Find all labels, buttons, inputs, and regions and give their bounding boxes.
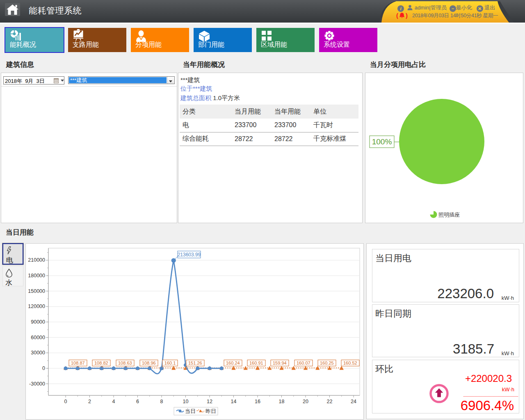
svg-text:90000: 90000 <box>31 319 45 325</box>
svg-text:24: 24 <box>351 399 356 404</box>
svg-text:210000: 210000 <box>28 257 45 263</box>
svg-text:108.82: 108.82 <box>94 361 108 365</box>
svg-text:100%: 100% <box>372 137 392 146</box>
svg-text:20: 20 <box>303 399 308 404</box>
svg-text:120000: 120000 <box>28 304 45 309</box>
svg-text:12: 12 <box>207 399 212 404</box>
svg-text:0: 0 <box>42 365 45 371</box>
svg-text:22: 22 <box>327 399 333 404</box>
svg-text:2: 2 <box>88 399 91 404</box>
svg-text:照明插座: 照明插座 <box>438 212 460 218</box>
svg-text:18: 18 <box>279 399 285 404</box>
svg-text:160.25: 160.25 <box>320 361 334 365</box>
svg-text:当日: 当日 <box>185 408 196 414</box>
svg-text:-30000: -30000 <box>29 381 45 387</box>
svg-text:150000: 150000 <box>28 288 45 294</box>
svg-text:108.63: 108.63 <box>118 361 132 365</box>
svg-text:160.24: 160.24 <box>226 361 240 365</box>
svg-text:6: 6 <box>136 399 139 404</box>
svg-text:4: 4 <box>112 399 115 404</box>
svg-text:213603.99: 213603.99 <box>178 252 201 258</box>
svg-text:30000: 30000 <box>31 350 45 356</box>
svg-text:160.52: 160.52 <box>343 361 357 365</box>
svg-text:10: 10 <box>183 399 189 404</box>
svg-text:160.07: 160.07 <box>297 361 310 365</box>
svg-text:151.26: 151.26 <box>188 361 202 365</box>
svg-text:昨日: 昨日 <box>205 408 216 414</box>
svg-text:60000: 60000 <box>31 335 45 340</box>
svg-text:16: 16 <box>255 399 260 404</box>
svg-text:108.96: 108.96 <box>142 361 156 365</box>
svg-text:108.87: 108.87 <box>71 361 85 365</box>
svg-text:0: 0 <box>64 399 67 404</box>
svg-text:160.91: 160.91 <box>249 361 263 365</box>
svg-text:180000: 180000 <box>28 273 45 278</box>
svg-text:160.1: 160.1 <box>164 361 176 365</box>
svg-text:14: 14 <box>231 399 237 404</box>
svg-text:8: 8 <box>160 399 163 404</box>
svg-text:159.94: 159.94 <box>273 361 287 365</box>
